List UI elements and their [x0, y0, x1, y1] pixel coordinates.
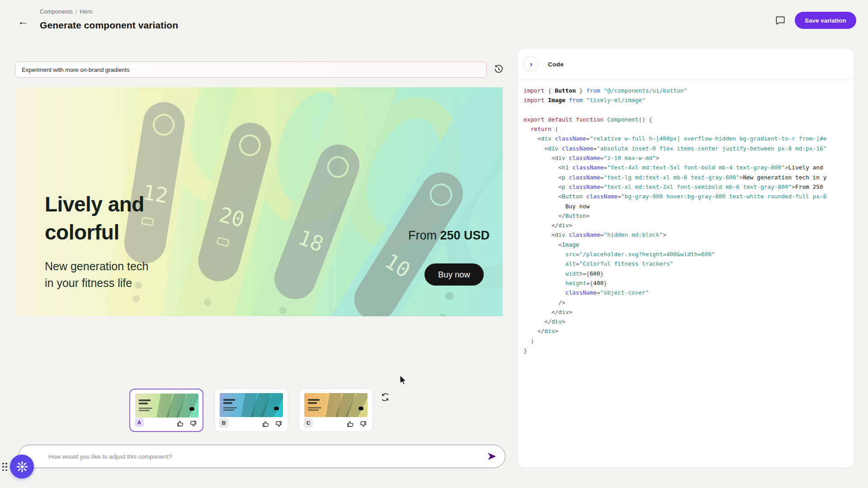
prompt-field-wrap: [15, 61, 487, 78]
comment-icon[interactable]: [774, 14, 787, 27]
variant-thumbnail-b: [220, 393, 283, 417]
thumbs-up-icon[interactable]: [262, 420, 269, 428]
thumbs-up-icon[interactable]: [346, 420, 354, 428]
breadcrumb-separator: /: [75, 9, 77, 15]
drag-handle-icon[interactable]: [2, 463, 9, 471]
regenerate-icon[interactable]: [380, 392, 391, 403]
page-title: Generate component variation: [40, 20, 178, 31]
variant-badge-a: A: [135, 418, 144, 427]
code-panel-title: Code: [548, 61, 564, 68]
hero-subheading-line2: in your fitness life: [45, 275, 148, 291]
hero-subheading-line1: New generation tech: [45, 258, 148, 275]
prompt-input[interactable]: [15, 61, 487, 78]
code-editor[interactable]: import { Button } from "@/components/ui/…: [524, 86, 854, 464]
thumbs-up-icon[interactable]: [176, 420, 184, 427]
variant-badge-c: C: [304, 418, 313, 427]
collapse-panel-icon[interactable]: ›: [524, 56, 539, 72]
variant-card-a[interactable]: A: [129, 389, 203, 432]
code-panel-header: › Code: [518, 49, 854, 80]
hero-preview: 12 20 18: [15, 87, 503, 316]
thumbs-down-icon[interactable]: [275, 420, 283, 428]
variant-card-b[interactable]: B: [214, 389, 288, 432]
app-window: ← Components/Hero Generate component var…: [0, 0, 868, 488]
buy-now-button[interactable]: Buy now: [425, 263, 484, 286]
variant-card-c[interactable]: C: [299, 389, 373, 432]
variant-thumbnail-a: [135, 394, 198, 418]
starburst-icon: [16, 461, 28, 473]
hero-heading-line2: colorful: [45, 218, 144, 246]
adjust-component-input[interactable]: [48, 446, 478, 467]
assistant-fab-button[interactable]: [10, 455, 34, 479]
hero-price-value: 250 USD: [440, 229, 490, 242]
breadcrumb[interactable]: Components/Hero: [40, 9, 92, 15]
thumbs-down-icon[interactable]: [189, 420, 197, 427]
variant-thumbnail-c: [304, 393, 368, 417]
mouse-cursor: [399, 375, 408, 386]
chat-bar: [18, 445, 505, 468]
hero-price-prefix: From: [408, 229, 440, 242]
code-panel: › Code import { Button } from "@/compone…: [518, 49, 854, 468]
variant-badge-b: B: [219, 418, 228, 427]
thumbs-down-icon[interactable]: [359, 420, 367, 428]
hero-heading: Lively and colorful: [45, 190, 144, 246]
hero-heading-line1: Lively and: [45, 190, 144, 218]
history-icon[interactable]: [493, 64, 505, 75]
breadcrumb-components[interactable]: Components: [40, 9, 73, 15]
hero-price: From 250 USD: [408, 229, 503, 243]
send-icon[interactable]: [486, 451, 498, 463]
back-button[interactable]: ←: [16, 14, 30, 28]
hero-subheading: New generation tech in your fitness life: [45, 258, 148, 291]
breadcrumb-hero[interactable]: Hero: [80, 9, 93, 15]
save-variation-button[interactable]: Save variation: [795, 12, 856, 29]
